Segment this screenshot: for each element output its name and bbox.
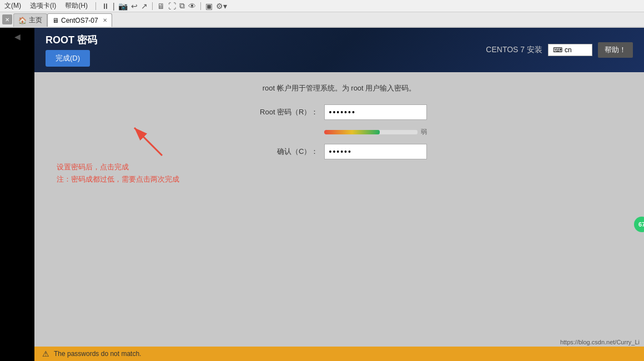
vm-header-left: ROOT 密码 完成(D) [46, 33, 97, 67]
vm-icon[interactable]: 🖥 [157, 2, 165, 11]
help-button[interactable]: 帮助！ [598, 42, 633, 58]
confirm-label: 确认（C）： [252, 147, 319, 157]
warning-bar: ⚠ The passwords do not match. [34, 347, 644, 361]
annotation-line1: 设置密码后，点击完成 [57, 161, 179, 173]
password-label: Root 密码（R）： [252, 107, 319, 117]
confirm-input[interactable] [324, 144, 427, 159]
left-sidebar: ◀ [0, 28, 34, 361]
tab-centos[interactable]: 🖥 CentOS7-07 ✕ [47, 13, 112, 27]
password-input[interactable] [324, 104, 427, 120]
toolbar: ⏸ | 📷 ↩ ↗ 🖥 ⛶ ⧉ 👁 ▣ ⚙▾ [102, 1, 227, 11]
tab-home-label: 主页 [29, 16, 42, 25]
tab-home[interactable]: 🏠 主页 [13, 13, 47, 27]
vm-content: ROOT 密码 完成(D) CENTOS 7 安装 ⌨ cn 帮助！ [34, 28, 644, 361]
description-text: root 帐户用于管理系统。为 root 用户输入密码。 [68, 83, 611, 93]
csdn-watermark: https://blog.csdn.net/Curry_Li [560, 339, 640, 345]
send-icon[interactable]: ↗ [141, 2, 148, 11]
snapshot-icon[interactable]: 📷 [118, 2, 128, 11]
vm-header: ROOT 密码 完成(D) CENTOS 7 安装 ⌨ cn 帮助！ [34, 28, 644, 72]
keyboard-icon: ⌨ [553, 46, 562, 54]
fullscreen-icon[interactable]: ⛶ [168, 2, 176, 11]
settings-icon[interactable]: ⚙▾ [216, 2, 227, 11]
warning-icon: ⚠ [42, 349, 49, 358]
confirm-row: 确认（C）： [252, 144, 427, 159]
toolbar-divider2 [200, 2, 201, 10]
warning-text: The passwords do not match. [54, 350, 141, 358]
toolbar-sep: | [113, 2, 115, 11]
strength-label: 弱 [421, 128, 427, 136]
vm-header-right: CENTOS 7 安装 ⌨ cn 帮助！ [486, 42, 633, 58]
strength-bar-container: 弱 [324, 128, 427, 136]
tab-close-all-button[interactable]: ✕ [2, 14, 12, 24]
main-area: ◀ ROOT 密码 完成(D) CENTOS 7 安装 ⌨ cn 帮助！ [0, 28, 644, 361]
menu-help[interactable]: 帮助(H) [63, 1, 90, 11]
password-row: Root 密码（R）： [252, 104, 427, 120]
menu-tab[interactable]: 选项卡(I) [28, 1, 58, 11]
home-icon: 🏠 [18, 17, 27, 24]
terminal-icon[interactable]: ▣ [205, 2, 213, 11]
toolbar-divider [152, 2, 153, 10]
lang-box[interactable]: ⌨ cn [548, 44, 592, 56]
view-icon[interactable]: 👁 [188, 2, 196, 11]
vm-tab-icon: 🖥 [52, 17, 59, 24]
tab-bar: ✕ 🏠 主页 🖥 CentOS7-07 ✕ [0, 12, 644, 28]
window-icon[interactable]: ⧉ [179, 1, 185, 11]
strength-fill [324, 130, 380, 134]
menu-bar: 文(M) 选项卡(I) 帮助(H) ⏸ | 📷 ↩ ↗ 🖥 ⛶ ⧉ 👁 ▣ ⚙▾ [0, 0, 644, 12]
pause-icon[interactable]: ⏸ [102, 2, 109, 11]
menu-file[interactable]: 文(M) [2, 1, 23, 11]
lang-value: cn [565, 46, 572, 54]
tab-centos-close[interactable]: ✕ [103, 17, 107, 23]
tab-centos-label: CentOS7-07 [61, 17, 98, 24]
done-button[interactable]: 完成(D) [46, 50, 90, 67]
green-badge: 67 [634, 217, 644, 232]
centos-install-label: CENTOS 7 安装 [486, 45, 542, 55]
menu-divider [95, 2, 96, 10]
page-title: ROOT 密码 [46, 33, 97, 47]
annotation-box: 设置密码后，点击完成 注：密码成都过低，需要点击两次完成 [57, 161, 179, 185]
strength-bar [324, 130, 417, 134]
annotation-line2: 注：密码成都过低，需要点击两次完成 [57, 173, 179, 185]
form-area: Root 密码（R）： 弱 确认（C）： [68, 104, 611, 159]
sidebar-expand-icon[interactable]: ◀ [14, 32, 21, 41]
vm-body: 设置密码后，点击完成 注：密码成都过低，需要点击两次完成 root 帐户用于管理… [34, 72, 644, 361]
revert-icon[interactable]: ↩ [131, 2, 138, 11]
strength-row: 弱 [252, 128, 427, 136]
lang-input-area: ⌨ cn [548, 44, 592, 56]
